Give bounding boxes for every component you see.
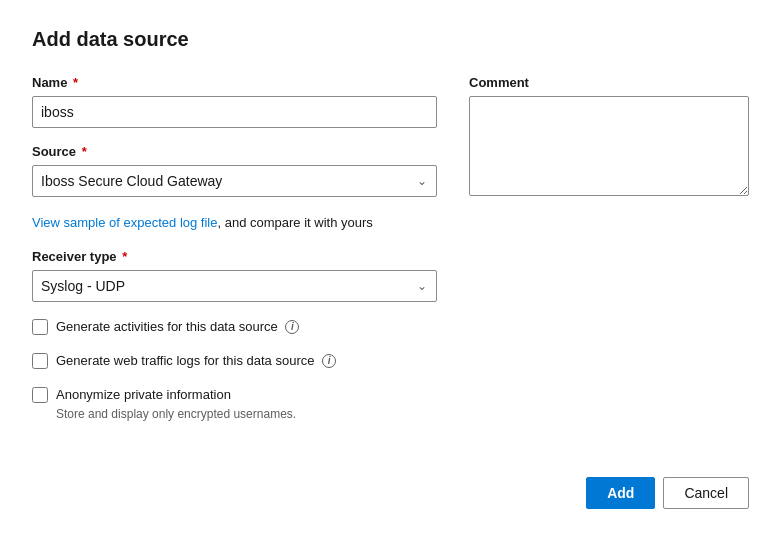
checkbox2-group: Generate web traffic logs for this data … [32, 352, 437, 370]
source-select[interactable]: Iboss Secure Cloud Gateway [32, 165, 437, 197]
generate-activities-label: Generate activities for this data source… [56, 318, 299, 336]
receiver-select-wrapper: Syslog - UDP Syslog - TCP FTP ⌄ [32, 270, 437, 302]
sample-link[interactable]: View sample of expected log file [32, 215, 217, 230]
sample-link-container: View sample of expected log file, and co… [32, 213, 437, 233]
checkbox3-group: Anonymize private information Store and … [32, 386, 437, 423]
generate-web-traffic-checkbox[interactable] [32, 353, 48, 369]
name-input[interactable] [32, 96, 437, 128]
generate-activities-info-icon[interactable]: i [285, 320, 299, 334]
anonymize-sublabel: Store and display only encrypted usernam… [56, 406, 296, 423]
generate-web-traffic-info-icon[interactable]: i [322, 354, 336, 368]
source-label: Source * [32, 144, 437, 159]
anonymize-label: Anonymize private information Store and … [56, 386, 296, 423]
name-label: Name * [32, 75, 437, 90]
source-select-wrapper: Iboss Secure Cloud Gateway ⌄ [32, 165, 437, 197]
comment-label: Comment [469, 75, 749, 90]
dialog-title: Add data source [32, 28, 749, 51]
generate-web-traffic-label: Generate web traffic logs for this data … [56, 352, 336, 370]
receiver-field-group: Receiver type * Syslog - UDP Syslog - TC… [32, 249, 437, 302]
footer-buttons: Add Cancel [586, 477, 749, 509]
cancel-button[interactable]: Cancel [663, 477, 749, 509]
comment-textarea[interactable] [469, 96, 749, 196]
receiver-label: Receiver type * [32, 249, 437, 264]
checkbox1-group: Generate activities for this data source… [32, 318, 437, 336]
generate-activities-checkbox[interactable] [32, 319, 48, 335]
add-button[interactable]: Add [586, 477, 655, 509]
name-required: * [69, 75, 78, 90]
source-field-group: Source * Iboss Secure Cloud Gateway ⌄ [32, 144, 437, 197]
receiver-required: * [119, 249, 128, 264]
anonymize-checkbox[interactable] [32, 387, 48, 403]
receiver-select[interactable]: Syslog - UDP Syslog - TCP FTP [32, 270, 437, 302]
left-column: Name * Source * Iboss Secure Cloud Gatew… [32, 75, 437, 439]
right-column: Comment [469, 75, 749, 439]
name-field-group: Name * [32, 75, 437, 128]
content-layout: Name * Source * Iboss Secure Cloud Gatew… [32, 75, 749, 439]
add-data-source-dialog: Add data source Name * Source * Iboss Se… [0, 0, 781, 533]
source-required: * [78, 144, 87, 159]
